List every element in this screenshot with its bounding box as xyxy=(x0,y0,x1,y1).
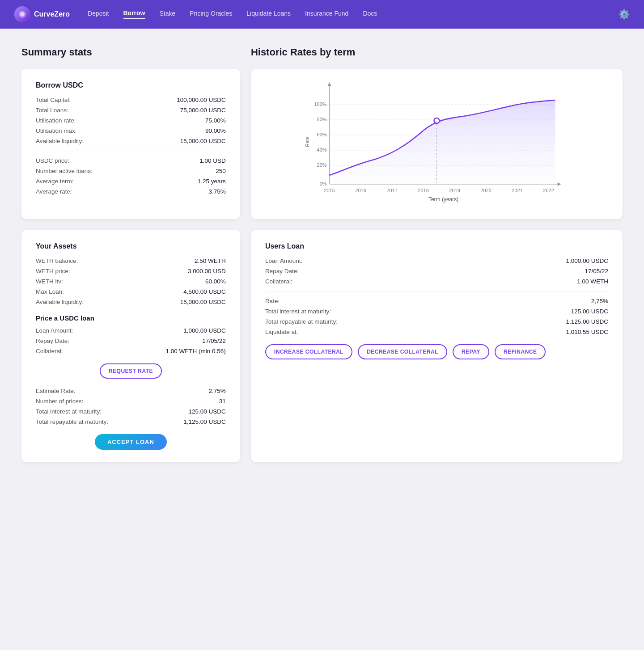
stat-label: Rate: xyxy=(265,298,280,304)
stat-value: 2,75% xyxy=(591,298,608,304)
stat-row: USDC price: 1.00 USD xyxy=(36,157,226,164)
navbar: CurveZero Deposit Borrow Stake Pricing O… xyxy=(0,0,644,29)
historic-title: Historic Rates by term xyxy=(251,46,623,58)
stat-value: 17/05/22 xyxy=(585,268,608,274)
stat-value: 1.00 WETH (min 0.56) xyxy=(166,348,226,355)
nav-deposit[interactable]: Deposit xyxy=(88,10,109,19)
stat-value: 75.00% xyxy=(205,117,226,124)
stat-label: WETH ltv: xyxy=(36,278,63,285)
stat-value: 90.00% xyxy=(205,127,226,134)
stat-row: Total Loans: 75,000.00 USDC xyxy=(36,107,226,114)
stat-row: Average rate: 3.75% xyxy=(36,188,226,195)
chart-container: 0% 20% 40% 60% 80% 100% Rate 2015 2016 2… xyxy=(265,81,608,207)
nav-liquidate-loans[interactable]: Liquidate Loans xyxy=(246,10,291,19)
settings-icon[interactable]: ⚙️ xyxy=(619,9,630,20)
stat-row: Repay Date: 17/05/22 xyxy=(265,268,608,274)
stat-value: 1,000.00 USDC xyxy=(183,327,226,334)
stat-row: Total interest at maturity: 125.00 USDC xyxy=(265,308,608,315)
svg-text:2017: 2017 xyxy=(386,188,397,193)
historic-rates-card: 0% 20% 40% 60% 80% 100% Rate 2015 2016 2… xyxy=(251,69,623,219)
stat-label: Repay Date: xyxy=(265,268,299,274)
stat-row: Utilisation max: 90.00% xyxy=(36,127,226,134)
stat-value: 1,010.55 USDC xyxy=(566,329,608,335)
nav-links: Deposit Borrow Stake Pricing Oracles Liq… xyxy=(88,9,619,19)
stat-row: Total repayable at maturity: 1,125.00 US… xyxy=(265,318,608,325)
stat-row: WETH ltv: 60.00% xyxy=(36,278,226,285)
stat-row: Collateral: 1.00 WETH (min 0.56) xyxy=(36,348,226,355)
logo-text: CurveZero xyxy=(34,10,70,18)
stat-label: WETH balance: xyxy=(36,257,78,264)
svg-text:100%: 100% xyxy=(314,101,326,107)
stat-value: 125.00 USDC xyxy=(571,308,608,315)
stat-row: Repay Date: 17/05/22 xyxy=(36,338,226,344)
stat-label: Utilisation max: xyxy=(36,127,77,134)
svg-text:80%: 80% xyxy=(317,117,326,122)
svg-text:2020: 2020 xyxy=(480,188,491,193)
stat-row: Available liquidity: 15,000.00 USDC xyxy=(36,138,226,144)
stat-label: Average term: xyxy=(36,178,74,185)
stat-label: Max Loan: xyxy=(36,288,64,295)
borrow-usdc-card: Borrow USDC Total Capital: 100,000.00 US… xyxy=(21,69,240,219)
stat-label: Collateral: xyxy=(36,348,63,355)
your-assets-title: Your Assets xyxy=(36,242,226,250)
stat-value: 15,000.00 USDC xyxy=(180,299,226,305)
stat-row: Collateral: 1.00 WETH xyxy=(265,278,608,285)
nav-borrow[interactable]: Borrow xyxy=(123,9,145,19)
stat-value: 100,000.00 USDC xyxy=(177,97,226,103)
stat-label: WETH price: xyxy=(36,268,70,274)
stat-row: Rate: 2,75% xyxy=(265,298,608,304)
stat-value: 3.75% xyxy=(209,188,226,195)
nav-insurance-fund[interactable]: Insurance Fund xyxy=(305,10,348,19)
stat-row: Available liquidity: 15,000.00 USDC xyxy=(36,299,226,305)
stat-label: Loan Amount: xyxy=(265,257,302,264)
stat-row: Total Capital: 100,000.00 USDC xyxy=(36,97,226,103)
stat-row: Total interest at maturity: 125.00 USDC xyxy=(36,408,226,415)
stat-row: Loan Amount: 1,000.00 USDC xyxy=(265,257,608,264)
svg-text:2019: 2019 xyxy=(449,188,460,193)
stat-label: Collateral: xyxy=(265,278,292,285)
stat-label: Available liquidity: xyxy=(36,299,84,305)
stat-label: Total interest at maturity: xyxy=(36,408,102,415)
stat-value: 1,125.00 USDC xyxy=(566,318,608,325)
stat-label: Estimate Rate: xyxy=(36,388,76,394)
stat-row: WETH price: 3,000.00 USD xyxy=(36,268,226,274)
increase-collateral-button[interactable]: INCREASE COLLATERAL xyxy=(265,344,352,359)
decrease-collateral-button[interactable]: DECREASE COLLATERAL xyxy=(358,344,447,359)
repay-button[interactable]: REPAY xyxy=(453,344,489,359)
stat-label: Total repayable at maturity: xyxy=(265,318,338,325)
stat-value: 1,000.00 USDC xyxy=(566,257,608,264)
stat-label: Repay Date: xyxy=(36,338,69,344)
svg-text:60%: 60% xyxy=(317,132,326,137)
svg-point-1 xyxy=(20,12,25,17)
stat-row: WETH balance: 2.50 WETH xyxy=(36,257,226,264)
stat-value: 1.00 WETH xyxy=(577,278,608,285)
stat-value: 250 xyxy=(216,168,226,174)
nav-docs[interactable]: Docs xyxy=(363,10,377,19)
users-loan-title: Users Loan xyxy=(265,242,608,250)
users-loan-card: Users Loan Loan Amount: 1,000.00 USDC Re… xyxy=(251,230,623,462)
your-assets-card: Your Assets WETH balance: 2.50 WETH WETH… xyxy=(21,230,240,462)
stat-value: 2.50 WETH xyxy=(195,257,226,264)
request-rate-button[interactable]: REQUEST RATE xyxy=(100,363,162,379)
stat-label: Average rate: xyxy=(36,188,72,195)
svg-text:2015: 2015 xyxy=(324,188,335,193)
accept-loan-button[interactable]: ACCEPT LOAN xyxy=(95,434,167,450)
svg-text:2016: 2016 xyxy=(355,188,366,193)
svg-text:20%: 20% xyxy=(317,162,326,168)
stat-label: USDC price: xyxy=(36,157,69,164)
stat-value: 60.00% xyxy=(205,278,226,285)
nav-stake[interactable]: Stake xyxy=(160,10,176,19)
logo[interactable]: CurveZero xyxy=(14,6,70,22)
refinance-button[interactable]: REFINANCE xyxy=(495,344,546,359)
stat-label: Total repayable at maturity: xyxy=(36,418,108,425)
stat-value: 2.75% xyxy=(209,388,226,394)
stat-row: Average term: 1.25 years xyxy=(36,178,226,185)
stat-value: 1.25 years xyxy=(198,178,226,185)
svg-text:40%: 40% xyxy=(317,147,326,152)
stat-value: 1,125.00 USDC xyxy=(183,418,226,425)
stat-row: Estimate Rate: 2.75% xyxy=(36,388,226,394)
nav-pricing-oracles[interactable]: Pricing Oracles xyxy=(190,10,232,19)
stat-row: Max Loan: 4,500.00 USDC xyxy=(36,288,226,295)
svg-text:Rate: Rate xyxy=(304,136,309,147)
svg-text:2018: 2018 xyxy=(418,188,428,193)
